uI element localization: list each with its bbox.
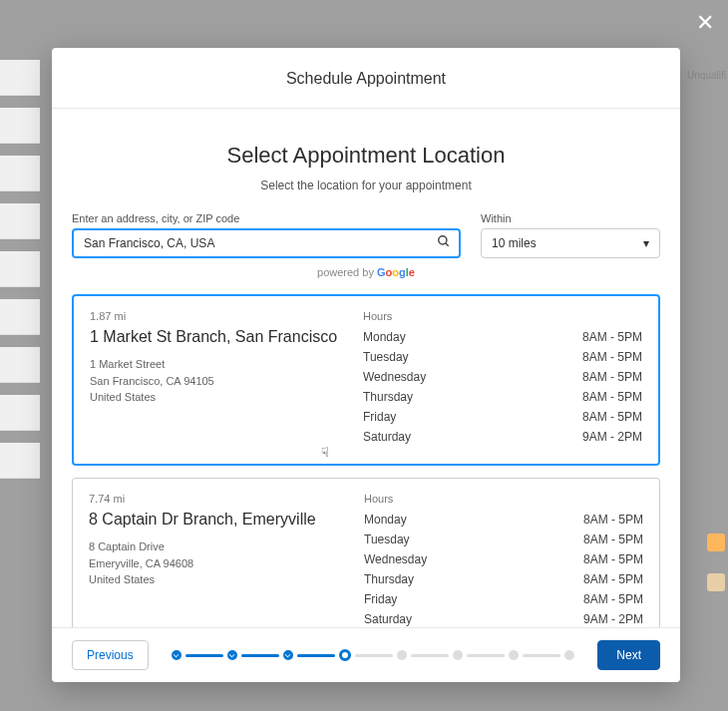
hours-row: Thursday8AM - 5PM bbox=[363, 390, 642, 404]
progress-indicator bbox=[149, 649, 598, 661]
background-decoration bbox=[0, 60, 40, 491]
location-name: 1 Market St Branch, San Francisco bbox=[90, 328, 343, 346]
within-label: Within bbox=[481, 212, 660, 224]
google-logo: Google bbox=[377, 266, 415, 278]
hours-label: Hours bbox=[363, 310, 642, 322]
modal-footer: Previous Next bbox=[52, 627, 680, 682]
hours-row: Thursday8AM - 5PM bbox=[364, 572, 643, 586]
hours-row: Wednesday8AM - 5PM bbox=[363, 370, 642, 384]
location-address: 1 Market Street San Francisco, CA 94105 … bbox=[90, 356, 343, 406]
progress-step-upcoming bbox=[453, 650, 463, 660]
location-distance: 7.74 mi bbox=[89, 493, 344, 505]
cursor-icon: ☟ bbox=[321, 445, 329, 460]
progress-connector bbox=[241, 654, 279, 657]
next-button[interactable]: Next bbox=[597, 640, 660, 670]
svg-point-0 bbox=[439, 236, 447, 244]
search-icon[interactable] bbox=[437, 234, 451, 252]
progress-step-upcoming bbox=[397, 650, 407, 660]
location-name: 8 Captain Dr Branch, Emeryville bbox=[89, 511, 344, 529]
progress-connector bbox=[411, 654, 449, 657]
progress-connector bbox=[185, 654, 223, 657]
progress-connector bbox=[355, 654, 393, 657]
powered-by-prefix: powered by bbox=[317, 266, 377, 278]
chevron-down-icon: ▾ bbox=[643, 236, 649, 250]
progress-step-current bbox=[339, 649, 351, 661]
hours-row: Tuesday8AM - 5PM bbox=[363, 350, 642, 364]
location-card[interactable]: 1.87 mi 1 Market St Branch, San Francisc… bbox=[72, 294, 660, 466]
svg-line-1 bbox=[446, 243, 449, 246]
hours-row: Friday8AM - 5PM bbox=[364, 592, 643, 606]
schedule-appointment-modal: Schedule Appointment Select Appointment … bbox=[52, 48, 680, 682]
progress-step-done bbox=[172, 650, 182, 660]
previous-button[interactable]: Previous bbox=[72, 640, 149, 670]
background-badge bbox=[707, 573, 725, 591]
powered-by-text: powered by Google bbox=[72, 266, 660, 278]
within-select[interactable]: 10 miles ▾ bbox=[481, 228, 660, 258]
location-address: 8 Captain Drive Emeryville, CA 94608 Uni… bbox=[89, 538, 344, 588]
hours-row: Friday8AM - 5PM bbox=[363, 410, 642, 424]
location-card[interactable]: 7.74 mi 8 Captain Dr Branch, Emeryville … bbox=[72, 478, 660, 627]
hours-row: Tuesday8AM - 5PM bbox=[364, 533, 643, 546]
address-input[interactable] bbox=[84, 236, 429, 250]
step-heading: Select Appointment Location bbox=[72, 143, 660, 169]
hours-label: Hours bbox=[364, 493, 643, 505]
modal-title: Schedule Appointment bbox=[52, 48, 680, 109]
address-label: Enter an address, city, or ZIP code bbox=[72, 212, 461, 224]
progress-connector bbox=[297, 654, 335, 657]
progress-step-done bbox=[227, 650, 237, 660]
search-row: Enter an address, city, or ZIP code With… bbox=[72, 212, 660, 258]
location-distance: 1.87 mi bbox=[90, 310, 343, 322]
hours-row: Saturday9AM - 2PM bbox=[363, 430, 642, 444]
modal-body: Select Appointment Location Select the l… bbox=[52, 109, 680, 627]
step-subtext: Select the location for your appointment bbox=[72, 178, 660, 192]
progress-connector bbox=[523, 654, 560, 657]
within-value: 10 miles bbox=[492, 236, 537, 250]
hours-row: Monday8AM - 5PM bbox=[363, 330, 642, 344]
background-text: Unqualifi bbox=[687, 70, 726, 81]
hours-row: Saturday9AM - 2PM bbox=[364, 612, 643, 626]
progress-step-done bbox=[283, 650, 293, 660]
background-badge bbox=[707, 533, 725, 551]
hours-row: Monday8AM - 5PM bbox=[364, 513, 643, 527]
address-input-wrap[interactable] bbox=[72, 228, 461, 258]
close-icon[interactable]: ✕ bbox=[696, 10, 714, 36]
progress-step-upcoming bbox=[564, 650, 574, 660]
progress-step-upcoming bbox=[509, 650, 519, 660]
hours-row: Wednesday8AM - 5PM bbox=[364, 552, 643, 566]
progress-connector bbox=[467, 654, 505, 657]
